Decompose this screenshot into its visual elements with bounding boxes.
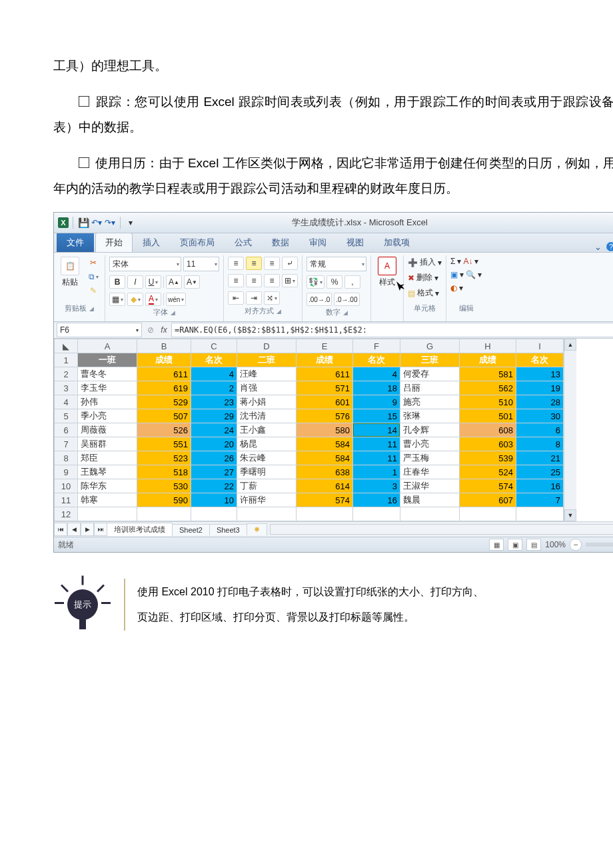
- header-cell[interactable]: 成绩: [297, 353, 353, 367]
- cell[interactable]: 21: [516, 451, 564, 465]
- row-header[interactable]: 10: [55, 479, 78, 493]
- cell[interactable]: 10: [191, 493, 237, 507]
- cell[interactable]: 526: [137, 423, 191, 437]
- cell[interactable]: 吕丽: [400, 381, 460, 395]
- cell[interactable]: 魏晨: [400, 493, 460, 507]
- col-header[interactable]: H: [460, 339, 516, 353]
- align-right[interactable]: ≡: [264, 274, 280, 287]
- select-all[interactable]: ◣: [55, 339, 78, 353]
- sheet-next[interactable]: ▶: [81, 523, 94, 536]
- font-color-button[interactable]: A▾: [145, 293, 161, 306]
- merge-button[interactable]: ⊞▾: [282, 274, 298, 287]
- indent-dec[interactable]: ⇤: [228, 291, 244, 305]
- header-cell[interactable]: 名次: [516, 353, 564, 367]
- cell[interactable]: 590: [137, 493, 191, 507]
- view-normal[interactable]: ▦: [489, 539, 504, 551]
- save-button[interactable]: 💾: [77, 217, 89, 229]
- cell[interactable]: [137, 507, 191, 521]
- col-header[interactable]: I: [516, 339, 564, 353]
- cell[interactable]: 20: [191, 437, 237, 451]
- cell[interactable]: 530: [137, 479, 191, 493]
- cell[interactable]: 26: [191, 451, 237, 465]
- cell[interactable]: 何爱存: [400, 367, 460, 381]
- tab-view[interactable]: 视图: [336, 233, 374, 252]
- cell[interactable]: 581: [460, 367, 516, 381]
- cell[interactable]: 沈书清: [237, 409, 297, 423]
- view-page-break[interactable]: ▤: [526, 539, 541, 551]
- phonetic-button[interactable]: wén▾: [166, 293, 186, 306]
- tab-home[interactable]: 开始: [95, 233, 133, 252]
- cell[interactable]: 574: [460, 479, 516, 493]
- cell[interactable]: 4: [353, 367, 400, 381]
- copy-button[interactable]: ⧉▾: [86, 271, 101, 283]
- tab-file[interactable]: 文件: [57, 233, 94, 252]
- cell[interactable]: [460, 507, 516, 521]
- cell[interactable]: 7: [516, 493, 564, 507]
- cell[interactable]: 580: [297, 423, 353, 437]
- cell[interactable]: 529: [137, 395, 191, 409]
- cell[interactable]: 汪峰: [237, 367, 297, 381]
- indent-inc[interactable]: ⇥: [246, 291, 262, 305]
- cell[interactable]: 27: [191, 465, 237, 479]
- tab-addin[interactable]: 加载项: [374, 233, 420, 252]
- cell[interactable]: 季曙明: [237, 465, 297, 479]
- cell[interactable]: 614: [297, 479, 353, 493]
- cell[interactable]: 9: [353, 395, 400, 409]
- underline-button[interactable]: U▾: [145, 275, 161, 289]
- new-sheet-button[interactable]: ✸: [247, 523, 267, 535]
- cell[interactable]: 13: [516, 367, 564, 381]
- align-center[interactable]: ≡: [246, 274, 262, 287]
- cell[interactable]: 510: [460, 395, 516, 409]
- cell[interactable]: 576: [297, 409, 353, 423]
- col-header[interactable]: B: [137, 339, 191, 353]
- sheet-tab-1[interactable]: 培训班考试成绩: [107, 523, 173, 536]
- align-middle[interactable]: ≡: [246, 257, 262, 270]
- cell[interactable]: 肖强: [237, 381, 297, 395]
- cell[interactable]: 611: [297, 367, 353, 381]
- cell[interactable]: 551: [137, 437, 191, 451]
- cell[interactable]: 11: [353, 437, 400, 451]
- cell[interactable]: 周薇薇: [78, 423, 137, 437]
- cell[interactable]: 施亮: [400, 395, 460, 409]
- cell[interactable]: 孔令辉: [400, 423, 460, 437]
- vertical-scrollbar[interactable]: ▲▼: [564, 339, 576, 521]
- font-name-select[interactable]: 宋体▾: [109, 257, 181, 271]
- col-header[interactable]: E: [297, 339, 353, 353]
- italic-button[interactable]: I: [127, 275, 143, 289]
- cell[interactable]: 25: [516, 465, 564, 479]
- cell[interactable]: 季小亮: [78, 409, 137, 423]
- cell[interactable]: 29: [191, 409, 237, 423]
- cell[interactable]: 2: [191, 381, 237, 395]
- header-cell[interactable]: 名次: [353, 353, 400, 367]
- cell[interactable]: 吴丽群: [78, 437, 137, 451]
- cell[interactable]: [516, 507, 564, 521]
- name-box[interactable]: F6▾: [57, 323, 142, 337]
- sheet-tab-3[interactable]: Sheet3: [209, 524, 247, 535]
- cell[interactable]: 8: [516, 437, 564, 451]
- cell[interactable]: 孙伟: [78, 395, 137, 409]
- orientation-button[interactable]: ⤭▾: [264, 291, 280, 305]
- cell[interactable]: [297, 507, 353, 521]
- row-header[interactable]: 8: [55, 451, 78, 465]
- styles-button[interactable]: A样式: [375, 257, 399, 288]
- ribbon-minimize-icon[interactable]: ⌄: [594, 242, 602, 252]
- zoom-slider[interactable]: [586, 543, 613, 547]
- sheet-prev[interactable]: ◀: [67, 523, 81, 536]
- cell[interactable]: [78, 507, 137, 521]
- accounting-button[interactable]: 💱▾: [306, 275, 324, 289]
- qat-customize[interactable]: ▾: [125, 217, 137, 229]
- cell[interactable]: 619: [137, 381, 191, 395]
- header-cell[interactable]: 成绩: [137, 353, 191, 367]
- dec-decimal[interactable]: .0→.00: [334, 293, 359, 306]
- view-page-layout[interactable]: ▣: [508, 539, 522, 551]
- sheet-last[interactable]: ⏭: [94, 523, 107, 536]
- cell[interactable]: 584: [297, 451, 353, 465]
- redo-button[interactable]: ↷▾: [104, 217, 116, 229]
- col-header[interactable]: G: [400, 339, 460, 353]
- shrink-font-button[interactable]: A▼: [184, 275, 200, 289]
- percent-button[interactable]: %: [326, 275, 342, 289]
- cell[interactable]: 19: [516, 381, 564, 395]
- header-cell[interactable]: 名次: [191, 353, 237, 367]
- cell[interactable]: 584: [297, 437, 353, 451]
- col-header[interactable]: C: [191, 339, 237, 353]
